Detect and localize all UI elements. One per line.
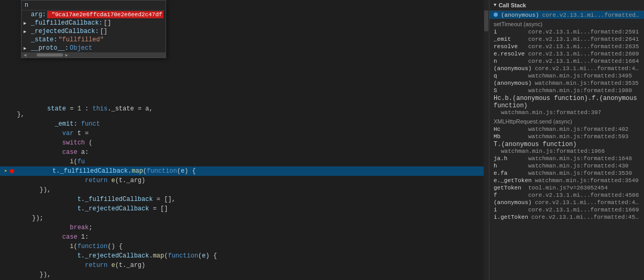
stack-func-name: Hc xyxy=(494,126,525,132)
callstack-title: Call Stack xyxy=(498,2,526,8)
tooltip-scrollbar-thumb[interactable] xyxy=(37,53,63,57)
stack-item-h[interactable]: h watchman.min.js:formatted:430 xyxy=(489,162,644,170)
callstack-panel: ▼ Call Stack (anonymous) core.v2.13.1.mi… xyxy=(489,0,644,280)
tooltip-fulfilled-row[interactable]: ▶ _fulfilledCallback: [] xyxy=(21,19,166,27)
stack-file-ref: watchman.min.js:formatted:3549 xyxy=(535,177,640,184)
tooltip-state-row[interactable]: _state: "fullfilled" xyxy=(21,36,166,44)
stack-func-name: (anonymous) xyxy=(494,199,532,206)
stack-item-jah[interactable]: ja.h watchman.min.js:formatted:1648 xyxy=(489,155,644,162)
tooltip-proto-value: Object xyxy=(70,44,92,52)
tooltip-arg-value: "9ca17ae2e6ffcda170e2e6eed2c47df xyxy=(47,11,163,18)
stack-item-gettoken[interactable]: getToken tool.min.js?v=263052454 xyxy=(489,184,644,192)
stack-item-eresolve[interactable]: e.resolve core.v2.13.1.mi...formatted:26… xyxy=(489,50,644,58)
scroll-right-arrow[interactable]: ▶ xyxy=(65,52,68,58)
scroll-left-arrow[interactable]: ◀ xyxy=(24,52,26,58)
stack-item-hc[interactable]: Hc watchman.min.js:formatted:402 xyxy=(489,126,644,133)
stack-func-name: (anonymous) xyxy=(494,65,532,72)
stack-item-tanon-line1: T.(anonymous function) xyxy=(494,141,640,148)
stack-file-ref: core.v2.13.1.mi...formatted:4506 xyxy=(528,192,640,198)
stack-func-name: resolve xyxy=(494,43,525,50)
stack-file-ref: core.v2.13.1.mi...formatted:2642 xyxy=(542,12,640,18)
stack-file-ref: tool.min.js?v=263052454 xyxy=(528,185,640,191)
stack-func-name: e._getToken xyxy=(494,177,532,184)
tooltip-arg-row[interactable]: arg: "9ca17ae2e6ffcda170e2e6eed2c47df xyxy=(21,10,166,19)
tooltip-scrollbar[interactable]: ◀ ▶ xyxy=(21,52,166,58)
stack-item-i2[interactable]: i core.v2.13.1.mi...formatted:1669 xyxy=(489,206,644,214)
stack-func-name: i xyxy=(494,29,525,35)
stack-func-name: (anonymous) xyxy=(494,80,532,86)
stack-item-anon2[interactable]: (anonymous) core.v2.13.1.mi...formatted:… xyxy=(489,65,644,72)
tooltip-fulfilled-label: _fulfilledCallback: xyxy=(31,19,103,27)
stack-file-ref: core.v2.13.1.mi...formatted:1669 xyxy=(528,207,640,213)
tooltip-arg-label: arg: xyxy=(31,11,46,18)
debug-arrow-icon: ➤ xyxy=(4,168,7,174)
stack-func-name: i xyxy=(494,207,525,213)
tooltip-state-value: "fullfilled" xyxy=(58,36,103,43)
stack-item-anonymous-active[interactable]: (anonymous) core.v2.13.1.mi...formatted:… xyxy=(489,11,644,19)
stack-file-ref: core.v2.13.1.mi...formatted:4502 xyxy=(531,214,640,220)
tooltip-header: n xyxy=(21,1,166,10)
stack-item-resolve[interactable]: resolve core.v2.13.1.mi...formatted:2635 xyxy=(489,43,644,50)
expand-icon-3: ▶ xyxy=(24,29,30,35)
stack-item-igettoken[interactable]: i.getToken core.v2.13.1.mi...formatted:4… xyxy=(489,214,644,221)
stack-file-ref: core.v2.13.1.mi...formatted:2591 xyxy=(528,29,640,35)
stack-func-name: i.getToken xyxy=(494,214,528,220)
stack-func-name: T.(anonymous function) xyxy=(494,141,576,148)
code-line: t._rejectedCallback = [] xyxy=(0,204,484,214)
code-text: t._fulfilledCallback = [], xyxy=(9,273,482,280)
editor-scrollbar[interactable] xyxy=(484,0,489,280)
stack-file-ref: core.v2.13.1.mi...formatted:2635 xyxy=(528,43,640,50)
stack-file-ref: watchman.min.js:formatted:1648 xyxy=(528,155,640,162)
editor-area: n arg: "9ca17ae2e6ffcda170e2e6eed2c47df … xyxy=(0,0,484,280)
stack-item-s[interactable]: S watchman.min.js:formatted:1980 xyxy=(489,87,644,94)
tooltip-rejected-label: _rejectedCallback: xyxy=(31,28,99,35)
stack-func-name: e.fa xyxy=(494,170,525,176)
active-dot-icon xyxy=(494,13,498,17)
stack-item-q[interactable]: q watchman.min.js:formatted:3495 xyxy=(489,72,644,80)
stack-file-ref: watchman.min.js:formatted:402 xyxy=(528,126,640,132)
tooltip-proto-row[interactable]: ▶ __proto__: Object xyxy=(21,44,166,52)
debug-arrow-gutter: ➤ xyxy=(2,168,9,174)
stack-section-settimeout: setTimeout (async) xyxy=(489,20,644,28)
code-content: n arg: "9ca17ae2e6ffcda170e2e6eed2c47df … xyxy=(0,0,484,280)
stack-func-name: e.resolve xyxy=(494,51,525,57)
stack-item-hcb[interactable]: Hc.b.(anonymous function).f.(anonymous f… xyxy=(489,94,644,116)
stack-file-ref: watchman.min.js:formatted:593 xyxy=(528,133,640,140)
stack-func-name: n xyxy=(494,58,525,64)
tooltip-rejected-row[interactable]: ▶ _rejectedCallback: [] xyxy=(21,27,166,36)
stack-func-name: (anonymous) xyxy=(501,12,539,18)
collapse-triangle-icon[interactable]: ▼ xyxy=(494,3,496,8)
stack-func-name: getToken xyxy=(494,185,525,191)
stack-item-i[interactable]: i core.v2.13.1.mi...formatted:2591 xyxy=(489,28,644,36)
stack-item-egettoken[interactable]: e._getToken watchman.min.js:formatted:35… xyxy=(489,177,644,184)
expand-icon xyxy=(24,12,30,17)
tooltip-var-name: n xyxy=(25,2,28,9)
stack-item-hcb-line1: Hc.b.(anonymous function).f.(anonymous f… xyxy=(494,95,640,109)
stack-item-anon4[interactable]: (anonymous) core.v2.13.1.mi...formatted:… xyxy=(489,199,644,206)
stack-file-ref: watchman.min.js:formatted:1980 xyxy=(528,87,640,94)
stack-section-xhr: XMLHttpRequest.send (async) xyxy=(489,117,644,126)
stack-item-n[interactable]: n core.v2.13.1.mi...formatted:1664 xyxy=(489,58,644,65)
stack-item-anon3[interactable]: (anonymous) watchman.min.js:formatted:35… xyxy=(489,80,644,87)
stack-item-efa[interactable]: e.fa watchman.min.js:formatted:3530 xyxy=(489,170,644,177)
stack-file-ref: watchman.min.js:formatted:3535 xyxy=(535,80,640,86)
expand-icon-4 xyxy=(24,37,30,42)
stack-item-tanon[interactable]: T.(anonymous function) watchman.min.js:f… xyxy=(489,140,644,155)
stack-func-name: q xyxy=(494,73,525,79)
stack-item-emit[interactable]: _emit core.v2.13.1.mi...formatted:2641 xyxy=(489,36,644,43)
variable-tooltip[interactable]: n arg: "9ca17ae2e6ffcda170e2e6eed2c47df … xyxy=(21,0,166,58)
stack-func-name: f xyxy=(494,192,525,198)
stack-file-ref: watchman.min.js:formatted:3530 xyxy=(528,170,640,176)
callstack-items-list[interactable]: (anonymous) core.v2.13.1.mi...formatted:… xyxy=(489,11,644,280)
code-line: return e(t._arg) xyxy=(0,176,484,185)
stack-item-f[interactable]: f core.v2.13.1.mi...formatted:4506 xyxy=(489,192,644,199)
stack-item-mb[interactable]: Mb watchman.min.js:formatted:593 xyxy=(489,133,644,140)
scrollbar-thumb[interactable] xyxy=(484,10,488,31)
stack-item-tanon-line2: watchman.min.js:formatted:1966 xyxy=(494,148,640,154)
callstack-header: ▼ Call Stack xyxy=(489,0,644,11)
stack-func-name: h xyxy=(494,163,525,169)
stack-file-ref: core.v2.13.1.mi...formatted:4521 xyxy=(535,199,640,206)
stack-func-name: S xyxy=(494,87,525,94)
stack-file-ref: core.v2.13.1.mi...formatted:2609 xyxy=(528,51,640,57)
code-line: state = 1 : this._state = a, xyxy=(0,100,484,110)
